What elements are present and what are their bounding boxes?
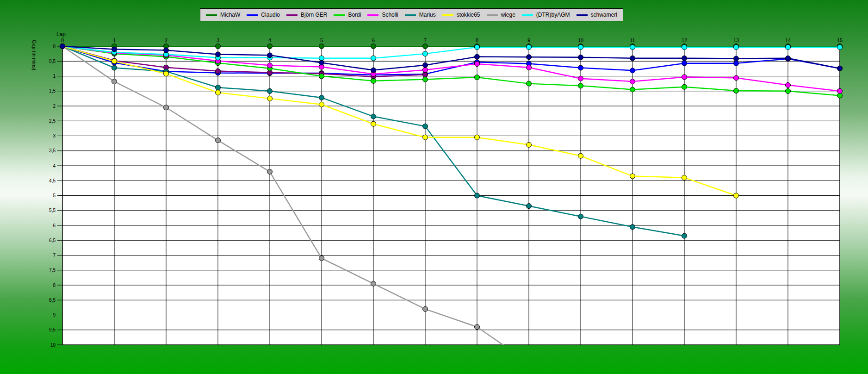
data-point-stokkie65-lap4 bbox=[267, 96, 273, 101]
data-point-scholli-lap8 bbox=[475, 62, 480, 67]
y-tick-label: 6,5 bbox=[49, 238, 56, 243]
data-point-claudio-lap12 bbox=[682, 61, 687, 66]
y-tick-label: 4 bbox=[53, 163, 56, 168]
x-tick-label: 6 bbox=[372, 37, 375, 43]
y-axis-title: Gap (in mins) bbox=[31, 40, 37, 70]
data-point-schwamerl-lap12 bbox=[682, 56, 687, 61]
y-tick-label: 8 bbox=[53, 283, 56, 288]
data-point-schwamerl-lap6 bbox=[371, 68, 376, 73]
data-point-stokkie65-lap8 bbox=[475, 135, 480, 140]
y-tick-label: 7 bbox=[53, 253, 56, 258]
data-point-stokkie65-lap11 bbox=[630, 174, 635, 179]
data-point--dtr-byagm-lap6 bbox=[371, 56, 376, 61]
data-point-stokkie65-lap12 bbox=[682, 175, 687, 180]
x-tick-label: 12 bbox=[682, 37, 687, 43]
data-point-stokkie65-lap7 bbox=[423, 135, 428, 140]
data-point--dtr-byagm-lap13 bbox=[734, 44, 739, 50]
y-tick-label: 7,5 bbox=[49, 268, 56, 273]
data-point-schwamerl-lap13 bbox=[734, 56, 739, 61]
data-point-stokkie65-lap10 bbox=[578, 153, 583, 158]
data-point-stokkie65-lap2 bbox=[164, 71, 169, 76]
data-point--dtr-byagm-lap12 bbox=[682, 44, 687, 50]
data-point-marius-lap9 bbox=[527, 204, 532, 209]
data-point-stokkie65-lap13 bbox=[734, 193, 739, 198]
data-point-wiege-lap4 bbox=[267, 169, 273, 174]
data-point--dtr-byagm-lap8 bbox=[475, 44, 480, 50]
y-tick-label: 4,5 bbox=[49, 178, 56, 183]
data-point-wiege-lap2 bbox=[164, 105, 169, 110]
data-point-schwamerl-lap4 bbox=[267, 53, 273, 58]
data-point-scholli-lap15 bbox=[837, 88, 843, 94]
x-axis-title: Lap bbox=[56, 31, 66, 37]
data-point-marius-lap7 bbox=[423, 124, 428, 129]
data-point-scholli-lap9 bbox=[527, 65, 532, 70]
data-point-claudio-lap11 bbox=[630, 68, 635, 73]
data-point-marius-lap6 bbox=[371, 114, 376, 119]
data-point--dtr-byagm-lap11 bbox=[630, 44, 635, 50]
y-tick-label: 10 bbox=[50, 343, 56, 348]
data-point-scholli-lap13 bbox=[734, 75, 739, 81]
data-point-scholli-lap7 bbox=[423, 67, 428, 72]
data-point-bordi-lap6 bbox=[371, 78, 376, 83]
data-point-marius-lap11 bbox=[630, 224, 635, 230]
data-point-michaw-lap6 bbox=[371, 44, 376, 49]
x-tick-label: 3 bbox=[217, 37, 219, 43]
data-point-stokkie65-lap5 bbox=[319, 102, 324, 107]
y-tick-label: 9,5 bbox=[49, 327, 56, 332]
x-tick-label: 14 bbox=[785, 37, 791, 43]
data-point-stokkie65-lap9 bbox=[527, 142, 532, 147]
data-point-schwamerl-lap9 bbox=[527, 55, 532, 60]
y-tick-label: 0 bbox=[53, 44, 56, 49]
data-point-claudio-lap13 bbox=[734, 61, 739, 66]
y-tick-label: 1 bbox=[53, 74, 56, 79]
data-point-bordi-lap10 bbox=[578, 83, 583, 88]
x-tick-label: 5 bbox=[320, 37, 323, 43]
data-point-schwamerl-lap14 bbox=[786, 56, 791, 61]
data-point-bordi-lap7 bbox=[423, 77, 428, 82]
gap-chart: 012345678910111213141500,511,522,533,544… bbox=[0, 0, 868, 374]
data-point-wiege-lap5 bbox=[319, 256, 324, 261]
x-tick-label: 7 bbox=[424, 37, 427, 43]
data-point-schwamerl-lap2 bbox=[164, 48, 169, 53]
data-point-stokkie65-lap1 bbox=[112, 59, 117, 64]
x-tick-label: 2 bbox=[165, 37, 167, 43]
data-point-bordi-lap13 bbox=[734, 88, 739, 94]
x-tick-label: 13 bbox=[733, 37, 739, 43]
y-tick-label: 9 bbox=[53, 312, 56, 318]
data-point-marius-lap12 bbox=[682, 233, 687, 238]
data-point-schwamerl-lap0 bbox=[60, 44, 65, 49]
data-point-schwamerl-lap11 bbox=[630, 56, 635, 61]
data-point-bj-rn-ger-lap7 bbox=[423, 72, 428, 77]
data-point-wiege-lap6 bbox=[371, 281, 376, 286]
data-point-schwamerl-lap7 bbox=[423, 62, 428, 68]
data-point--dtr-byagm-lap10 bbox=[578, 44, 583, 50]
data-point-scholli-lap11 bbox=[630, 79, 635, 84]
y-tick-label: 0,5 bbox=[49, 59, 56, 64]
y-tick-label: 3,5 bbox=[49, 148, 56, 153]
data-point-marius-lap3 bbox=[216, 85, 221, 90]
data-point-bj-rn-ger-lap3 bbox=[216, 69, 221, 74]
y-tick-label: 5 bbox=[53, 193, 56, 198]
data-point-wiege-lap3 bbox=[216, 138, 221, 143]
y-tick-label: 8,5 bbox=[49, 298, 56, 303]
data-point-marius-lap8 bbox=[475, 193, 480, 198]
data-point-schwamerl-lap5 bbox=[319, 60, 324, 65]
data-point-scholli-lap12 bbox=[682, 75, 687, 80]
data-point-bordi-lap9 bbox=[527, 81, 532, 86]
data-point-michaw-lap4 bbox=[267, 44, 273, 49]
y-tick-label: 1,5 bbox=[49, 88, 56, 94]
data-point-marius-lap10 bbox=[578, 214, 583, 219]
x-tick-label: 8 bbox=[476, 37, 478, 43]
x-tick-label: 15 bbox=[837, 37, 843, 43]
data-point-wiege-lap1 bbox=[112, 79, 117, 84]
data-point-scholli-lap10 bbox=[578, 76, 583, 81]
y-tick-label: 6 bbox=[53, 223, 56, 228]
data-point-marius-lap4 bbox=[267, 88, 273, 94]
data-point--dtr-byagm-lap7 bbox=[423, 51, 428, 56]
data-point-stokkie65-lap6 bbox=[371, 121, 376, 126]
x-tick-label: 10 bbox=[578, 37, 583, 43]
data-point--dtr-byagm-lap15 bbox=[837, 44, 843, 50]
data-point-michaw-lap5 bbox=[319, 44, 324, 49]
data-point--dtr-byagm-lap14 bbox=[786, 44, 791, 50]
x-tick-label: 1 bbox=[113, 37, 116, 43]
